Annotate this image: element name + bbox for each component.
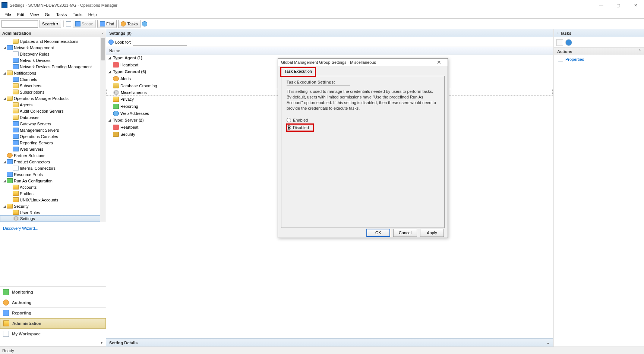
list-item-label: Reporting	[120, 104, 138, 109]
tree-node[interactable]: Updates and Recommendations	[0, 38, 106, 44]
expander-icon[interactable]: ◢	[2, 46, 7, 50]
tree-node[interactable]: ◢Network Management	[0, 44, 106, 51]
menu-view[interactable]: View	[27, 12, 42, 18]
dialog-close-button[interactable]: ✕	[433, 59, 445, 65]
tree-node[interactable]: Internal Connectors	[0, 165, 106, 171]
tree-item-icon	[13, 115, 19, 120]
tree-node[interactable]: Partner Solutions	[0, 152, 106, 159]
toolbar-search-button[interactable]: Search ▾	[40, 20, 61, 28]
tree-item-label: Discovery Rules	[20, 52, 49, 56]
maximize-button[interactable]: ▢	[610, 0, 627, 10]
expander-icon[interactable]: ◢	[2, 204, 7, 208]
chevron-down-icon: ▾	[101, 340, 103, 345]
tree-node[interactable]: ◢Operations Manager Products	[0, 95, 106, 101]
tree-item-icon	[7, 159, 13, 164]
close-button[interactable]: ✕	[627, 0, 644, 10]
tree-node[interactable]: Profiles	[0, 190, 106, 197]
tree-node[interactable]: Operations Consoles	[0, 133, 106, 140]
wunderbar-label: Administration	[12, 321, 41, 326]
action-item[interactable]: Properties	[554, 55, 644, 63]
expander-icon[interactable]: ◢	[2, 97, 7, 100]
scrollbar-thumb[interactable]	[101, 38, 105, 60]
dialog-titlebar[interactable]: Global Management Group Settings - Misce…	[278, 59, 448, 66]
tree-item-icon	[13, 216, 19, 221]
actions-header[interactable]: Actions ˄	[554, 48, 644, 55]
collapse-nav-icon[interactable]: ‹	[102, 31, 104, 35]
lookfor-input[interactable]	[133, 39, 187, 46]
tree-node[interactable]: Reporting Servers	[0, 140, 106, 146]
tree-node[interactable]: ◢Run As Configuration	[0, 178, 106, 184]
grid-column-header[interactable]: Name	[106, 47, 553, 54]
tree-item-label: Product Connectors	[14, 160, 50, 164]
ok-button[interactable]: OK	[366, 229, 390, 237]
wunderbar-label: My Workspace	[12, 332, 41, 336]
chevron-up-icon[interactable]: ˄	[639, 49, 641, 54]
expander-icon[interactable]: ◢	[2, 71, 7, 75]
wunderbar-item[interactable]: Monitoring	[0, 287, 106, 297]
tree-item-icon	[7, 172, 13, 177]
tree-node[interactable]: Settings	[0, 215, 106, 222]
tree-node[interactable]: UNIX/Linux Accounts	[0, 197, 106, 203]
toolbar-search-input[interactable]	[1, 20, 38, 28]
tree-node[interactable]: User Roles	[0, 209, 106, 216]
wunderbar-icon	[3, 320, 9, 326]
discovery-wizard-link[interactable]: Discovery Wizard...	[0, 222, 106, 234]
details-header[interactable]: Setting Details ⌄	[106, 338, 553, 347]
tree-node[interactable]: Management Servers	[0, 127, 106, 133]
tab-task-execution[interactable]: Task Execution	[281, 68, 315, 76]
expander-icon[interactable]: ◢	[2, 179, 7, 183]
tree-node[interactable]: Web Servers	[0, 146, 106, 152]
toolbar-tasks-button[interactable]: Tasks	[118, 20, 140, 28]
wunderbar-item[interactable]: Administration	[0, 318, 106, 329]
menu-file[interactable]: File	[1, 12, 14, 18]
help-icon[interactable]	[142, 21, 147, 26]
minimize-button[interactable]: —	[593, 0, 610, 10]
tree-node[interactable]: ◢Security	[0, 203, 106, 209]
results-title: Settings (9)	[109, 31, 132, 35]
tree-node[interactable]: Databases	[0, 114, 106, 120]
tree-node[interactable]: Audit Collection Servers	[0, 108, 106, 114]
tree-node[interactable]: Accounts	[0, 184, 106, 190]
menu-go[interactable]: Go	[42, 12, 53, 18]
toolbar-find-button[interactable]: Find	[97, 20, 117, 28]
tree-item-icon	[7, 45, 13, 50]
tree-node[interactable]: Network Devices	[0, 57, 106, 63]
tree-node[interactable]: ◢Product Connectors	[0, 159, 106, 165]
tree-node[interactable]: Subscribers	[0, 82, 106, 89]
column-name-header[interactable]: Name	[109, 48, 120, 53]
tree-node[interactable]: Network Devices Pending Management	[0, 63, 106, 70]
list-item-icon	[113, 111, 119, 116]
group-expander-icon[interactable]: ◢	[108, 56, 113, 60]
tree-node[interactable]: Gateway Servers	[0, 120, 106, 127]
tasks-help-icon[interactable]	[565, 39, 572, 46]
tree-node[interactable]: Discovery Rules	[0, 51, 106, 57]
wunderbar-item[interactable]: Authoring	[0, 297, 106, 308]
tree-node[interactable]: ◢Notifications	[0, 70, 106, 76]
menu-tools[interactable]: Tools	[70, 12, 85, 18]
tree-item-icon	[13, 102, 19, 107]
tree-node[interactable]: Resource Pools	[0, 171, 106, 178]
menu-edit[interactable]: Edit	[14, 12, 27, 18]
menu-help[interactable]: Help	[85, 12, 100, 18]
wunderbar-item[interactable]: My Workspace	[0, 329, 106, 339]
tree-node[interactable]: Subscriptions	[0, 89, 106, 95]
apply-button[interactable]: Apply	[420, 229, 444, 237]
overrides-icon[interactable]	[66, 21, 71, 26]
chevron-down-icon[interactable]: ⌄	[546, 340, 550, 345]
menu-tasks[interactable]: Tasks	[53, 12, 70, 18]
section-divider	[287, 85, 350, 86]
navigation-tree[interactable]: Updates and Recommendations◢Network Mana…	[0, 37, 106, 222]
radio-enabled[interactable]: Enabled	[287, 116, 439, 124]
wunderbar-overflow[interactable]: ▾	[0, 339, 106, 347]
radio-disabled[interactable]: Disabled	[287, 124, 313, 131]
cancel-button[interactable]: Cancel	[393, 229, 417, 237]
expander-icon[interactable]: ◢	[2, 160, 7, 164]
group-expander-icon[interactable]: ◢	[108, 118, 113, 122]
wunderbar-item[interactable]: Reporting	[0, 308, 106, 318]
group-expander-icon[interactable]: ◢	[108, 70, 113, 73]
list-item-icon	[113, 90, 119, 95]
tasks-clipboard-icon[interactable]	[556, 39, 563, 46]
tree-node[interactable]: Channels	[0, 76, 106, 82]
tree-scrollbar[interactable]	[100, 37, 106, 222]
tree-node[interactable]: Agents	[0, 101, 106, 108]
